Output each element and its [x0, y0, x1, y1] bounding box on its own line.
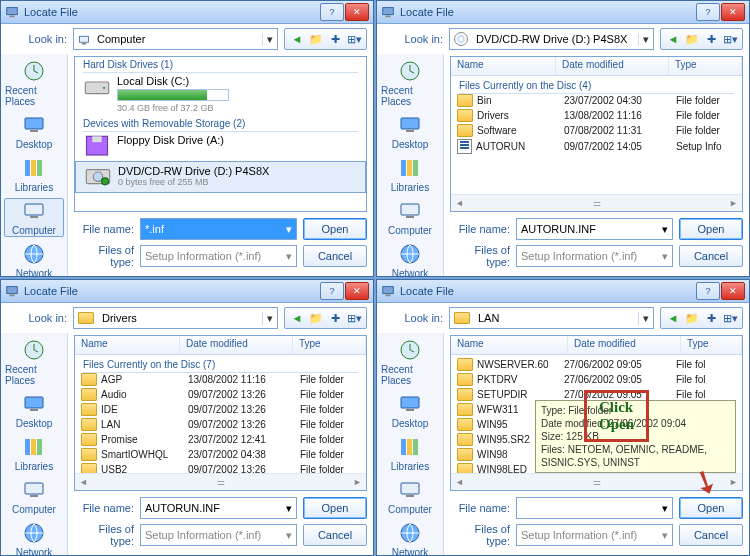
list-item[interactable]: AUTORUN09/07/2002 14:05Setup Info [451, 138, 742, 155]
drive-item[interactable]: DVD/CD-RW Drive (D:) P4S8X0 bytes free o… [75, 161, 366, 193]
viewmenu-icon[interactable]: ⊞▾ [346, 31, 362, 47]
help-button[interactable]: ? [696, 282, 720, 300]
titlebar[interactable]: Locate File ?✕ [377, 1, 749, 24]
close-button[interactable]: ✕ [721, 3, 745, 21]
up-icon[interactable]: 📁 [308, 310, 324, 326]
col-type[interactable]: Type [669, 57, 742, 75]
list-item[interactable]: NWSERVER.6027/06/2002 09:05File fol [451, 357, 742, 372]
list-item[interactable]: USB209/07/2002 13:26File folder [75, 462, 366, 473]
filename-input[interactable]: ▾ [516, 497, 673, 519]
place-computer[interactable]: Computer [380, 198, 440, 237]
col-name[interactable]: Name [75, 336, 180, 354]
place-network[interactable]: Network [4, 241, 64, 280]
column-headers[interactable]: Name Date modified Type [451, 57, 742, 76]
place-computer[interactable]: Computer [4, 198, 64, 237]
open-button[interactable]: Open [679, 497, 743, 519]
place-libraries[interactable]: Libraries [4, 155, 64, 194]
up-icon[interactable]: 📁 [684, 310, 700, 326]
place-desktop[interactable]: Desktop [380, 391, 440, 430]
drive-item[interactable]: Floppy Disk Drive (A:) [75, 131, 366, 161]
column-headers[interactable]: Name Date modified Type [75, 336, 366, 355]
place-network[interactable]: Network [380, 241, 440, 280]
col-name[interactable]: Name [451, 336, 568, 354]
place-network[interactable]: Network [4, 520, 64, 556]
newfolder-icon[interactable]: ✚ [703, 310, 719, 326]
file-list[interactable]: Name Date modified Type NWSERVER.6027/06… [450, 335, 743, 491]
back-icon[interactable]: ◄ [289, 31, 305, 47]
drive-item[interactable]: Local Disk (C:)30.4 GB free of 37.2 GB [75, 72, 366, 116]
cancel-button[interactable]: Cancel [303, 524, 367, 546]
titlebar[interactable]: Locate File ?✕ [377, 280, 749, 303]
list-item[interactable]: Software07/08/2002 11:31File folder [451, 123, 742, 138]
list-item[interactable]: PKTDRV27/06/2002 09:05File fol [451, 372, 742, 387]
lookin-combo[interactable]: DVD/CD-RW Drive (D:) P4S8X ▾ [449, 28, 654, 50]
help-button[interactable]: ? [320, 3, 344, 21]
cancel-button[interactable]: Cancel [303, 245, 367, 267]
file-list[interactable]: Hard Disk Drives (1)Local Disk (C:)30.4 … [74, 56, 367, 212]
back-icon[interactable]: ◄ [289, 310, 305, 326]
scrollbar-h[interactable]: ◄⚌► [451, 194, 742, 211]
lookin-combo[interactable]: LAN ▾ [449, 307, 654, 329]
filetype-combo[interactable]: Setup Information (*.inf)▾ [516, 524, 673, 546]
place-recent[interactable]: Recent Places [380, 337, 440, 387]
list-item[interactable]: Bin23/07/2002 04:30File folder [451, 93, 742, 108]
filename-input[interactable]: *.inf▾ [140, 218, 297, 240]
col-type[interactable]: Type [293, 336, 366, 354]
col-name[interactable]: Name [451, 57, 556, 75]
column-headers[interactable]: Name Date modified Type [451, 336, 742, 355]
up-icon[interactable]: 📁 [308, 31, 324, 47]
close-button[interactable]: ✕ [345, 3, 369, 21]
help-button[interactable]: ? [696, 3, 720, 21]
place-recent[interactable]: Recent Places [380, 58, 440, 108]
col-date[interactable]: Date modified [568, 336, 681, 354]
close-button[interactable]: ✕ [345, 282, 369, 300]
scrollbar-h[interactable]: ◄⚌► [75, 473, 366, 490]
back-icon[interactable]: ◄ [665, 31, 681, 47]
place-recent[interactable]: Recent Places [4, 337, 64, 387]
col-type[interactable]: Type [681, 336, 742, 354]
lookin-combo[interactable]: Computer ▾ [73, 28, 278, 50]
titlebar[interactable]: Locate File ? ✕ [1, 1, 373, 24]
place-recent[interactable]: Recent Places [4, 58, 64, 108]
filename-input[interactable]: AUTORUN.INF▾ [140, 497, 297, 519]
newfolder-icon[interactable]: ✚ [703, 31, 719, 47]
place-computer[interactable]: Computer [4, 477, 64, 516]
col-date[interactable]: Date modified [556, 57, 669, 75]
up-icon[interactable]: 📁 [684, 31, 700, 47]
filetype-combo[interactable]: Setup Information (*.inf)▾ [140, 524, 297, 546]
cancel-button[interactable]: Cancel [679, 245, 743, 267]
file-list[interactable]: Name Date modified Type Files Currently … [74, 335, 367, 491]
place-libraries[interactable]: Libraries [380, 434, 440, 473]
filetype-combo[interactable]: Setup Information (*.inf)▾ [140, 245, 297, 267]
list-item[interactable]: Drivers13/08/2002 11:16File folder [451, 108, 742, 123]
list-item[interactable]: LAN09/07/2002 13:26File folder [75, 417, 366, 432]
close-button[interactable]: ✕ [721, 282, 745, 300]
list-item[interactable]: IDE09/07/2002 13:26File folder [75, 402, 366, 417]
titlebar[interactable]: Locate File ?✕ [1, 280, 373, 303]
newfolder-icon[interactable]: ✚ [327, 31, 343, 47]
list-item[interactable]: SmartIOWHQL23/07/2002 04:38File folder [75, 447, 366, 462]
list-item[interactable]: Audio09/07/2002 13:26File folder [75, 387, 366, 402]
open-button[interactable]: Open [303, 218, 367, 240]
viewmenu-icon[interactable]: ⊞▾ [346, 310, 362, 326]
place-libraries[interactable]: Libraries [380, 155, 440, 194]
place-desktop[interactable]: Desktop [4, 391, 64, 430]
list-item[interactable]: Promise23/07/2002 12:41File folder [75, 432, 366, 447]
newfolder-icon[interactable]: ✚ [327, 310, 343, 326]
filename-input[interactable]: AUTORUN.INF▾ [516, 218, 673, 240]
col-date[interactable]: Date modified [180, 336, 293, 354]
filetype-combo[interactable]: Setup Information (*.inf)▾ [516, 245, 673, 267]
scrollbar-h[interactable]: ◄⚌► [451, 473, 742, 490]
back-icon[interactable]: ◄ [665, 310, 681, 326]
list-item[interactable]: AGP13/08/2002 11:16File folder [75, 372, 366, 387]
file-list[interactable]: Name Date modified Type Files Currently … [450, 56, 743, 212]
place-desktop[interactable]: Desktop [380, 112, 440, 151]
place-network[interactable]: Network [380, 520, 440, 556]
place-computer[interactable]: Computer [380, 477, 440, 516]
help-button[interactable]: ? [320, 282, 344, 300]
place-libraries[interactable]: Libraries [4, 434, 64, 473]
place-desktop[interactable]: Desktop [4, 112, 64, 151]
open-button[interactable]: Open [303, 497, 367, 519]
lookin-combo[interactable]: Drivers ▾ [73, 307, 278, 329]
open-button[interactable]: Open [679, 218, 743, 240]
